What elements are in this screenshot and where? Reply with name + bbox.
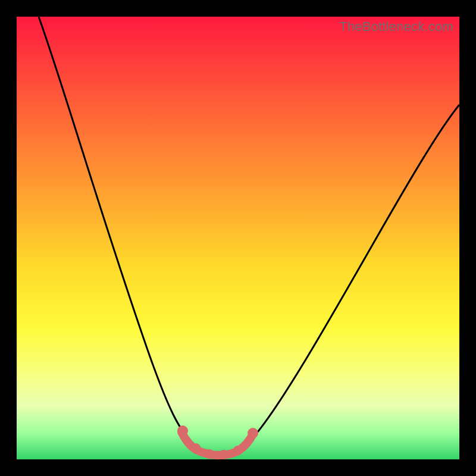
watermark-text: TheBottleneck.com bbox=[339, 19, 453, 35]
optimal-zone-dot bbox=[205, 449, 214, 459]
chart-plot-area: TheBottleneck.com bbox=[17, 17, 459, 459]
optimal-zone-line bbox=[181, 432, 253, 455]
optimal-zone-dot-left bbox=[177, 425, 188, 436]
chart-svg bbox=[17, 17, 459, 459]
optimal-zone-dot bbox=[191, 443, 201, 453]
optimal-zone-dot bbox=[219, 450, 228, 459]
chart-frame: TheBottleneck.com bbox=[0, 0, 476, 476]
optimal-zone-dot bbox=[233, 446, 243, 455]
optimal-zone-dot-right bbox=[248, 428, 258, 439]
bottleneck-curve bbox=[39, 17, 459, 454]
